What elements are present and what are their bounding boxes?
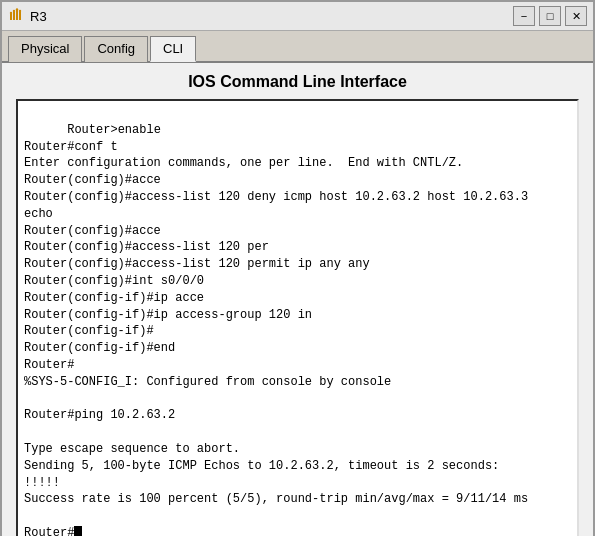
maximize-button[interactable]: □: [539, 6, 561, 26]
tab-cli[interactable]: CLI: [150, 36, 196, 62]
terminal-text: Router>enable Router#conf t Enter config…: [24, 123, 528, 536]
svg-point-5: [13, 10, 15, 12]
tab-physical[interactable]: Physical: [8, 36, 82, 62]
title-bar-controls: − □ ✕: [513, 6, 587, 26]
svg-point-6: [16, 8, 18, 10]
svg-rect-2: [16, 10, 18, 20]
minimize-button[interactable]: −: [513, 6, 535, 26]
close-button[interactable]: ✕: [565, 6, 587, 26]
tab-bar: Physical Config CLI: [2, 31, 593, 63]
app-icon: [8, 8, 24, 24]
title-bar-left: R3: [8, 8, 47, 24]
section-title: IOS Command Line Interface: [16, 73, 579, 91]
title-bar: R3 − □ ✕: [2, 2, 593, 31]
window-title: R3: [30, 9, 47, 24]
svg-point-4: [10, 12, 12, 14]
content-area: IOS Command Line Interface Router>enable…: [2, 63, 593, 536]
terminal-cursor: [74, 526, 82, 536]
terminal-output[interactable]: Router>enable Router#conf t Enter config…: [16, 99, 579, 536]
tab-config[interactable]: Config: [84, 36, 148, 62]
svg-point-7: [19, 10, 21, 12]
svg-rect-0: [10, 14, 12, 20]
main-window: R3 − □ ✕ Physical Config CLI IOS Command…: [0, 0, 595, 536]
svg-rect-1: [13, 12, 15, 20]
svg-rect-3: [19, 12, 21, 20]
